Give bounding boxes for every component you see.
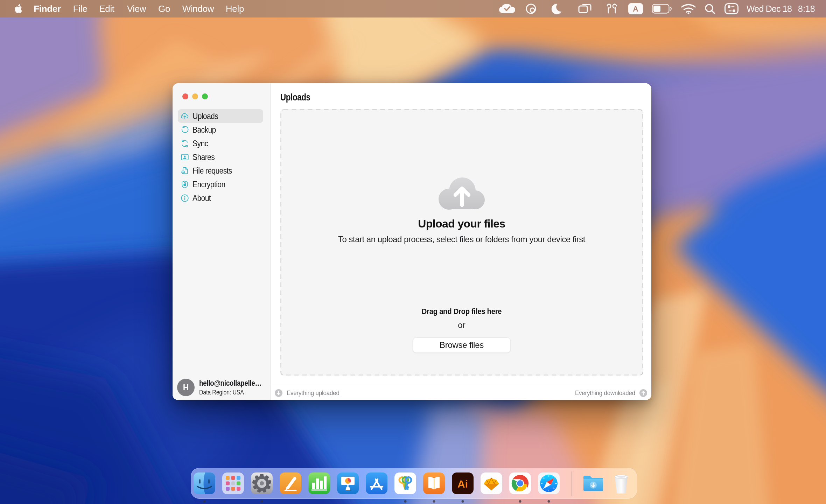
svg-text:Ai: Ai — [457, 478, 468, 490]
svg-text:A: A — [633, 5, 638, 13]
